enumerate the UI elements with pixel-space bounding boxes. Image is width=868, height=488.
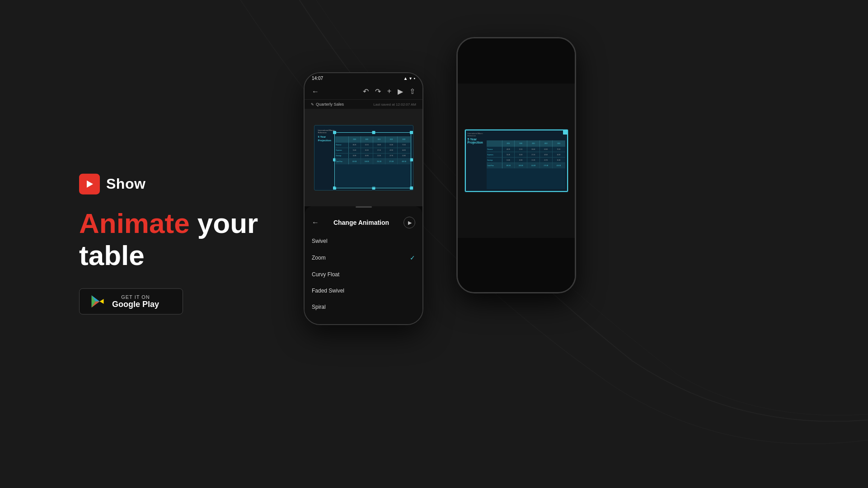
cell-cf-1: 169.5B (349, 159, 361, 164)
t2-cell-2-2: 33.2K (515, 152, 527, 157)
animation-list: Swivel Zoom ✓ Curvy Float Faded Swivel S… (305, 233, 422, 315)
cell-2-1: 31.4K (349, 148, 361, 153)
t2-cell-1-2: 52.1K (515, 147, 527, 152)
animation-label-curvy-float: Curvy Float (312, 271, 339, 278)
document-title: ✎ Quarterly Sales (311, 102, 344, 107)
wifi-icon: ▾ (409, 76, 412, 81)
t2-cell-1-3: 58.4K (527, 147, 540, 152)
phone2-canvas: International Macro Reference 5 Year Pro… (458, 84, 575, 238)
google-play-button[interactable]: GET IT ON Google Play (79, 288, 183, 315)
t2-cell-2-3: 37.1K (527, 152, 540, 157)
t2-row-1: Revenue 48.2K 52.1K 58.4K 63.2K 70.1K (487, 147, 565, 152)
store-name: Google Play (112, 299, 159, 309)
t2-cell-cf-2: 189.3B (515, 163, 527, 168)
toolbar-right-icons: ↶ ↷ + ▶ ⇧ (363, 87, 415, 96)
t2-cell-cf-5: 428.5B (553, 163, 565, 168)
t2-cell-2-4: 40.5K (540, 152, 553, 157)
row-label-1: Revenue (335, 143, 349, 148)
col-header-2: 2020 (361, 136, 373, 143)
saved-status: Last saved at 12:02:07 AM (373, 102, 416, 107)
t2-row-2: Expenses 31.4K 33.2K 37.1K 40.5K 44.2K (487, 152, 565, 158)
animation-label-faded-swivel: Faded Swivel (312, 288, 344, 294)
cell-1-3: 58.4K (373, 143, 385, 148)
left-panel: Show Animate your table GET IT ON Google… (79, 173, 258, 315)
slide2-title: International Macro Reference 5 Year Pro… (468, 132, 483, 144)
phone-canvas: International Macro Reference 5 Year Pro… (305, 109, 422, 206)
redo-icon[interactable]: ↷ (375, 87, 381, 96)
table-row-3: Earnings 16.8K 18.9K 21.3K 22.7K 25.9K (335, 153, 410, 159)
col-header-3: 2021 (373, 136, 385, 143)
t2-cell-3-5: 25.9K (553, 158, 565, 163)
cell-1-2: 52.1K (361, 143, 373, 148)
sheet-back-button[interactable]: ← (312, 218, 319, 227)
t2-cell-3-1: 16.8K (502, 158, 515, 163)
slide2-table-area: 2019 2020 2021 2022 2023 Revenue 48.2K 5… (487, 140, 565, 189)
signal-icon: ▲ (404, 76, 408, 81)
table-row-1: Revenue 48.2K 52.1K 58.4K 63.2K 70.1K (335, 143, 410, 148)
animation-item-zoom[interactable]: Zoom ✓ (305, 249, 422, 266)
t2-cell-1-1: 48.2K (502, 147, 515, 152)
slide2-projection: Projection (468, 141, 483, 144)
headline-rest-line1: your (190, 207, 258, 238)
t2-label-2: Expenses (487, 152, 502, 157)
slide-5year: 5 Year (318, 135, 335, 139)
cell-2-2: 33.2K (361, 148, 373, 153)
table-row-cashflow: Cash Flow 169.5B 189.3B 214.2B 275.3B 42… (335, 159, 410, 164)
cell-3-5: 25.9K (398, 153, 410, 158)
slide-reference: Reference (318, 131, 335, 134)
handle-tr (410, 131, 413, 134)
t2-label-cf: Cash Flow (487, 163, 502, 168)
svg-marker-0 (87, 180, 93, 187)
animation-label-swivel: Swivel (312, 238, 328, 244)
animation-item-swivel[interactable]: Swivel (305, 233, 422, 249)
status-time: 14:07 (312, 76, 323, 81)
cell-1-1: 48.2K (349, 143, 361, 148)
row-label-2: Expenses (335, 148, 349, 153)
cell-cf-2: 189.3B (361, 159, 373, 164)
cell-2-4: 40.5K (385, 148, 398, 153)
animation-item-curvy-float[interactable]: Curvy Float (305, 266, 422, 283)
logo-icon-box (79, 173, 100, 194)
animation-item-spiral[interactable]: Spiral (305, 299, 422, 315)
sheet-play-icon: ▶ (408, 220, 412, 226)
handle-tm (372, 131, 375, 134)
slide2-corner-accent (563, 129, 568, 135)
get-it-on-label: GET IT ON (112, 294, 159, 299)
t2-cell-3-2: 18.9K (515, 158, 527, 163)
t2-cell-1-5: 70.1K (553, 147, 565, 152)
col-header-1: 2019 (349, 136, 361, 143)
cell-cf-5: 428.5B (398, 159, 410, 164)
slide2-reference: Reference (468, 135, 483, 137)
add-icon[interactable]: + (387, 87, 391, 96)
slide-projection: Projection (318, 139, 335, 142)
phone2-top-area (458, 38, 575, 84)
slide-preview: International Macro Reference 5 Year Pro… (314, 125, 413, 191)
t2-cell-cf-3: 214.2B (527, 163, 540, 168)
volume-up-button (456, 93, 458, 106)
t2-col-4: 2022 (540, 140, 553, 147)
animation-item-faded-swivel[interactable]: Faded Swivel (305, 283, 422, 299)
t2-cell-cf-4: 275.3B (540, 163, 553, 168)
t2-cell-cf-1: 169.5B (502, 163, 515, 168)
slide-preview-2: International Macro Reference 5 Year Pro… (464, 129, 568, 192)
phone-status-bar: 14:07 ▲ ▾ ▪ (305, 73, 422, 84)
animation-label-zoom: Zoom (312, 255, 326, 261)
slide-title-text: International Macro Reference 5 Year Pro… (318, 129, 335, 143)
t2-cell-3-3: 21.3K (527, 158, 540, 163)
slide-table-area: 2019 2020 2021 2022 2023 Revenue 48.2K 5… (335, 136, 410, 187)
power-button (575, 102, 576, 129)
battery-icon: ▪ (413, 76, 415, 81)
play-button-icon[interactable]: ▶ (398, 87, 403, 96)
sheet-drag-handle (356, 206, 372, 208)
undo-icon[interactable]: ↶ (363, 87, 369, 96)
col-header-4: 2022 (385, 136, 398, 143)
cell-cf-4: 275.3B (385, 159, 398, 164)
back-button[interactable]: ← (312, 88, 319, 96)
cell-2-3: 37.1K (373, 148, 385, 153)
share-icon[interactable]: ⇧ (409, 87, 415, 96)
t2-row-3: Earnings 16.8K 18.9K 21.3K 22.7K 25.9K (487, 158, 565, 163)
cell-1-4: 63.2K (385, 143, 398, 148)
sheet-header: ← Change Animation ▶ (305, 210, 422, 233)
sheet-play-button[interactable]: ▶ (404, 217, 415, 228)
handle-mr (410, 158, 413, 162)
